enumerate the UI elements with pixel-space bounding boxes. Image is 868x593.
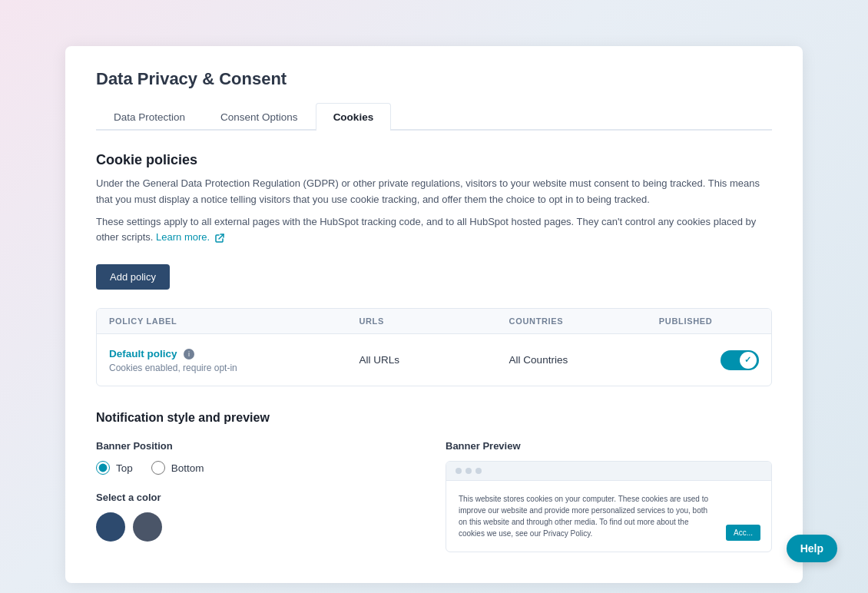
notification-grid: Banner Position Top Bottom Select a colo… bbox=[96, 440, 772, 552]
tab-consent-options[interactable]: Consent Options bbox=[203, 103, 316, 131]
banner-preview-box: This website stores cookies on your comp… bbox=[446, 461, 772, 552]
policy-table: POLICY LABEL URLS COUNTRIES PUBLISHED De… bbox=[96, 308, 772, 386]
col-header-policy-label: POLICY LABEL bbox=[109, 316, 359, 326]
table-row: Default policy i Cookies enabled, requir… bbox=[97, 334, 771, 386]
col-header-urls: URLS bbox=[359, 316, 509, 326]
color-swatches bbox=[96, 512, 422, 542]
cookie-policies-description1: Under the General Data Protection Regula… bbox=[96, 176, 772, 208]
dot-2 bbox=[465, 468, 472, 474]
color-swatch-1[interactable] bbox=[96, 512, 125, 542]
main-container: Data Privacy & Consent Data Protection C… bbox=[65, 46, 803, 583]
color-swatch-2[interactable] bbox=[133, 512, 162, 542]
notification-left: Banner Position Top Bottom Select a colo… bbox=[96, 440, 422, 552]
col-header-published: PUBLISHED bbox=[659, 316, 759, 326]
policy-name-cell: Default policy i Cookies enabled, requir… bbox=[109, 346, 359, 373]
check-icon: ✓ bbox=[744, 355, 751, 365]
notification-right: Banner Preview This website stores cooki… bbox=[446, 440, 772, 552]
dot-1 bbox=[456, 468, 462, 474]
page-title: Data Privacy & Consent bbox=[96, 69, 772, 89]
banner-preview-content: This website stores cookies on your comp… bbox=[446, 481, 771, 552]
radio-top-label: Top bbox=[116, 462, 133, 474]
help-button[interactable]: Help bbox=[787, 535, 837, 562]
radio-top[interactable] bbox=[96, 461, 110, 475]
info-icon[interactable]: i bbox=[184, 349, 194, 359]
col-header-countries: COUNTRIES bbox=[509, 316, 659, 326]
dot-3 bbox=[475, 468, 482, 474]
radio-option-bottom[interactable]: Bottom bbox=[151, 461, 204, 475]
cookie-policies-title: Cookie policies bbox=[96, 152, 772, 168]
banner-position-radio-group: Top Bottom bbox=[96, 461, 422, 475]
published-toggle-cell: ✓ bbox=[659, 350, 759, 370]
banner-preview-text: This website stores cookies on your comp… bbox=[459, 493, 714, 539]
color-section-label: Select a color bbox=[96, 492, 422, 503]
add-policy-button[interactable]: Add policy bbox=[96, 264, 170, 290]
banner-position-label: Banner Position bbox=[96, 440, 422, 452]
learn-more-link[interactable]: Learn more. bbox=[156, 231, 224, 243]
banner-preview-label: Banner Preview bbox=[446, 440, 772, 452]
published-toggle[interactable]: ✓ bbox=[721, 350, 759, 370]
banner-accept-button[interactable]: Acc... bbox=[726, 525, 760, 541]
policy-countries-cell: All Countries bbox=[509, 354, 659, 366]
toggle-knob: ✓ bbox=[740, 352, 757, 369]
cookie-policies-description2: These settings apply to all external pag… bbox=[96, 214, 772, 247]
radio-bottom-label: Bottom bbox=[171, 462, 204, 474]
policy-subtitle: Cookies enabled, require opt-in bbox=[109, 363, 359, 373]
policy-urls-cell: All URLs bbox=[359, 354, 509, 366]
radio-bottom[interactable] bbox=[151, 461, 165, 475]
banner-preview-topbar bbox=[446, 462, 771, 481]
tab-data-protection[interactable]: Data Protection bbox=[96, 103, 203, 131]
radio-option-top[interactable]: Top bbox=[96, 461, 133, 475]
tab-cookies[interactable]: Cookies bbox=[316, 103, 392, 131]
tabs-bar: Data Protection Consent Options Cookies bbox=[96, 103, 772, 131]
table-header: POLICY LABEL URLS COUNTRIES PUBLISHED bbox=[97, 309, 771, 334]
notification-section-title: Notification style and preview bbox=[96, 411, 772, 425]
external-link-icon bbox=[215, 234, 224, 243]
policy-name-link[interactable]: Default policy bbox=[109, 348, 177, 359]
